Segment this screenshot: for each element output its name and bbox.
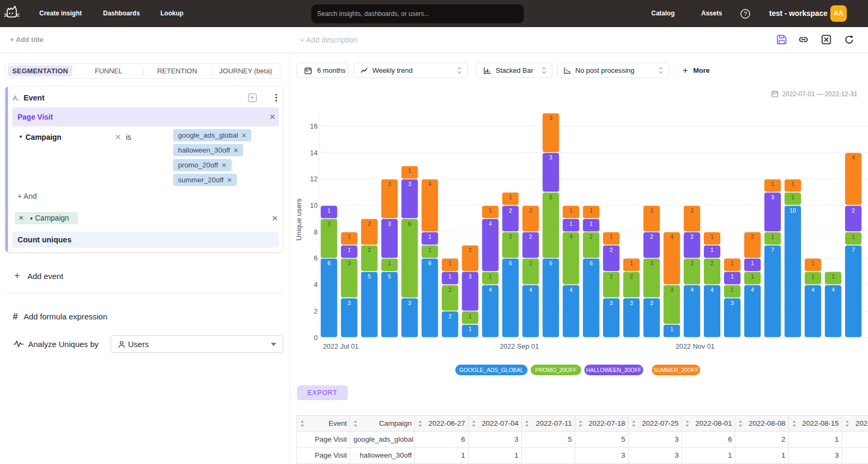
svg-text:5: 5 bbox=[368, 273, 371, 280]
svg-text:2: 2 bbox=[852, 207, 855, 214]
svg-text:1: 1 bbox=[327, 207, 330, 214]
svg-text:1: 1 bbox=[428, 247, 431, 253]
svg-text:4: 4 bbox=[852, 154, 855, 161]
svg-text:2: 2 bbox=[610, 273, 613, 280]
svg-text:10: 10 bbox=[790, 207, 796, 214]
svg-text:4: 4 bbox=[489, 221, 492, 227]
svg-text:7: 7 bbox=[852, 247, 855, 253]
svg-text:5: 5 bbox=[549, 194, 552, 200]
svg-text:6: 6 bbox=[428, 260, 431, 266]
svg-text:2: 2 bbox=[314, 307, 318, 315]
svg-text:4: 4 bbox=[529, 286, 532, 293]
svg-text:6: 6 bbox=[327, 260, 330, 266]
svg-text:2: 2 bbox=[711, 260, 714, 266]
svg-text:3: 3 bbox=[347, 260, 351, 266]
svg-text:1: 1 bbox=[448, 273, 452, 280]
svg-text:5: 5 bbox=[388, 273, 391, 280]
svg-text:1: 1 bbox=[408, 167, 411, 174]
svg-text:3: 3 bbox=[670, 286, 674, 293]
svg-text:1: 1 bbox=[469, 326, 472, 332]
svg-text:3: 3 bbox=[771, 194, 774, 200]
svg-text:1: 1 bbox=[489, 273, 492, 280]
svg-text:3: 3 bbox=[469, 273, 472, 280]
svg-text:1: 1 bbox=[831, 273, 835, 280]
svg-text:1: 1 bbox=[610, 233, 613, 240]
svg-text:4: 4 bbox=[751, 286, 754, 293]
svg-text:1: 1 bbox=[448, 260, 452, 266]
svg-text:3: 3 bbox=[610, 300, 613, 306]
svg-text:2: 2 bbox=[590, 233, 593, 240]
svg-text:2: 2 bbox=[529, 207, 532, 214]
svg-text:7: 7 bbox=[771, 247, 774, 253]
svg-text:8: 8 bbox=[314, 228, 318, 236]
svg-text:1: 1 bbox=[569, 221, 573, 227]
svg-text:3: 3 bbox=[731, 300, 734, 306]
svg-text:2: 2 bbox=[630, 273, 633, 280]
svg-text:10: 10 bbox=[310, 201, 318, 209]
svg-text:2022 Jul 01: 2022 Jul 01 bbox=[323, 342, 359, 350]
svg-text:2: 2 bbox=[469, 247, 472, 253]
svg-text:1: 1 bbox=[469, 313, 472, 319]
svg-text:1: 1 bbox=[347, 247, 351, 253]
svg-text:1: 1 bbox=[731, 286, 734, 293]
svg-text:1: 1 bbox=[428, 233, 431, 240]
svg-text:2: 2 bbox=[691, 233, 694, 240]
svg-text:1: 1 bbox=[731, 273, 734, 280]
svg-text:2: 2 bbox=[610, 247, 613, 253]
svg-text:1: 1 bbox=[731, 260, 734, 266]
svg-text:2: 2 bbox=[448, 286, 452, 293]
svg-text:4: 4 bbox=[428, 181, 431, 187]
svg-text:1: 1 bbox=[670, 326, 674, 332]
svg-text:12: 12 bbox=[310, 175, 318, 183]
svg-text:4: 4 bbox=[691, 286, 694, 293]
svg-text:1: 1 bbox=[751, 260, 754, 266]
svg-text:2: 2 bbox=[368, 221, 371, 227]
svg-text:2: 2 bbox=[691, 260, 694, 266]
svg-text:2: 2 bbox=[509, 207, 512, 214]
svg-text:2: 2 bbox=[529, 233, 532, 240]
svg-text:3: 3 bbox=[408, 300, 411, 306]
svg-text:16: 16 bbox=[310, 122, 318, 130]
svg-text:4: 4 bbox=[831, 286, 835, 293]
svg-text:3: 3 bbox=[388, 221, 391, 227]
svg-text:2: 2 bbox=[691, 207, 694, 214]
svg-text:1: 1 bbox=[711, 247, 714, 253]
svg-text:4: 4 bbox=[569, 286, 573, 293]
svg-text:6: 6 bbox=[408, 221, 411, 227]
svg-text:1: 1 bbox=[388, 260, 391, 266]
svg-text:3: 3 bbox=[650, 260, 653, 266]
svg-text:3: 3 bbox=[549, 154, 552, 161]
svg-text:2022 Sep 01: 2022 Sep 01 bbox=[500, 342, 539, 350]
svg-text:2: 2 bbox=[751, 233, 754, 240]
svg-text:14: 14 bbox=[310, 149, 318, 157]
svg-text:2: 2 bbox=[368, 247, 371, 253]
svg-text:1: 1 bbox=[811, 273, 814, 280]
svg-text:1: 1 bbox=[771, 233, 774, 240]
svg-text:4: 4 bbox=[569, 233, 573, 240]
svg-text:3: 3 bbox=[347, 300, 351, 306]
svg-text:3: 3 bbox=[630, 300, 633, 306]
svg-text:4: 4 bbox=[811, 286, 814, 293]
svg-text:1: 1 bbox=[347, 233, 351, 240]
svg-text:1: 1 bbox=[590, 221, 593, 227]
svg-text:3: 3 bbox=[549, 115, 552, 121]
svg-text:3: 3 bbox=[650, 300, 653, 306]
svg-text:2: 2 bbox=[650, 207, 653, 214]
svg-text:6: 6 bbox=[549, 260, 552, 266]
svg-text:3: 3 bbox=[388, 181, 391, 187]
svg-text:1: 1 bbox=[569, 207, 573, 214]
svg-text:1: 1 bbox=[590, 207, 593, 214]
svg-text:1: 1 bbox=[791, 181, 794, 187]
svg-text:2: 2 bbox=[650, 233, 653, 240]
svg-text:2: 2 bbox=[529, 260, 532, 266]
svg-text:6: 6 bbox=[509, 260, 512, 266]
svg-text:2022 Nov 01: 2022 Nov 01 bbox=[676, 342, 715, 350]
svg-text:4: 4 bbox=[711, 286, 714, 293]
svg-text:2: 2 bbox=[448, 313, 452, 319]
svg-text:3: 3 bbox=[408, 181, 411, 187]
svg-text:1: 1 bbox=[489, 207, 492, 214]
svg-text:6: 6 bbox=[314, 254, 318, 262]
svg-text:1: 1 bbox=[811, 260, 814, 266]
svg-text:0: 0 bbox=[314, 334, 318, 342]
svg-text:1: 1 bbox=[509, 194, 512, 200]
